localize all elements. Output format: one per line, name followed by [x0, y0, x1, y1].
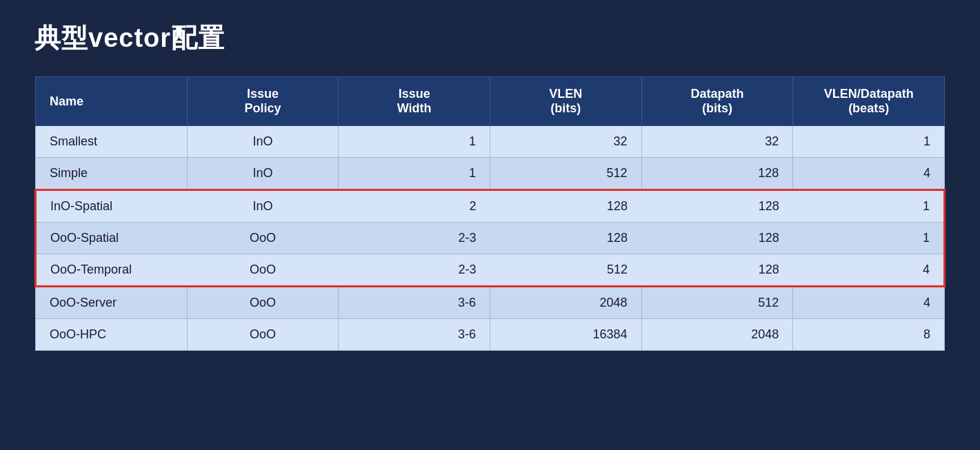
cell-vlen_datapath: 8: [793, 319, 945, 351]
cell-vlen: 512: [490, 254, 641, 287]
cell-vlen: 32: [490, 126, 641, 158]
cell-name: OoO-Server: [36, 287, 188, 319]
cell-issue_width: 2-3: [339, 254, 490, 287]
cell-vlen_datapath: 1: [793, 223, 945, 254]
cell-vlen_datapath: 1: [793, 190, 945, 223]
cell-issue_policy: InO: [187, 158, 339, 190]
cell-name: InO-Spatial: [36, 190, 188, 223]
cell-issue_width: 2: [339, 190, 490, 223]
cell-vlen_datapath: 4: [793, 287, 945, 319]
cell-vlen_datapath: 4: [793, 158, 945, 190]
cell-name: Smallest: [36, 126, 188, 158]
col-header-datapath: Datapath(bits): [641, 77, 793, 126]
data-table: Name IssuePolicy IssueWidth VLEN(bits) D…: [34, 76, 946, 351]
cell-name: OoO-Temporal: [36, 254, 188, 287]
cell-vlen: 128: [490, 223, 641, 254]
table-row: SimpleInO15121284: [36, 158, 945, 190]
cell-datapath: 128: [641, 254, 793, 287]
cell-datapath: 32: [641, 126, 793, 158]
cell-datapath: 2048: [641, 319, 793, 351]
cell-issue_policy: OoO: [187, 287, 339, 319]
cell-datapath: 128: [641, 158, 793, 190]
page-title: 典型vector配置: [34, 21, 946, 56]
cell-vlen: 128: [490, 190, 641, 223]
cell-issue_width: 3-6: [339, 319, 490, 351]
cell-vlen: 2048: [490, 287, 641, 319]
cell-issue_policy: InO: [187, 126, 339, 158]
cell-issue_policy: OoO: [187, 319, 339, 351]
col-header-name: Name: [36, 77, 188, 126]
cell-vlen_datapath: 1: [793, 126, 945, 158]
cell-datapath: 128: [641, 190, 793, 223]
table-row: OoO-HPCOoO3-61638420488: [36, 319, 945, 351]
col-header-vlen-datapath: VLEN/Datapath(beats): [793, 77, 945, 126]
cell-issue_policy: InO: [187, 190, 339, 223]
cell-vlen: 512: [490, 158, 641, 190]
cell-issue_width: 1: [339, 158, 490, 190]
cell-vlen_datapath: 4: [793, 254, 945, 287]
table-container: Name IssuePolicy IssueWidth VLEN(bits) D…: [34, 76, 946, 429]
cell-issue_width: 1: [339, 126, 490, 158]
cell-issue_width: 2-3: [339, 223, 490, 254]
col-header-issue-width: IssueWidth: [339, 77, 490, 126]
cell-issue_policy: OoO: [187, 223, 339, 254]
cell-name: Simple: [36, 158, 188, 190]
table-row: OoO-ServerOoO3-620485124: [36, 287, 945, 319]
col-header-vlen: VLEN(bits): [490, 77, 641, 126]
table-row: SmallestInO132321: [36, 126, 945, 158]
cell-name: OoO-Spatial: [36, 223, 188, 254]
cell-datapath: 128: [641, 223, 793, 254]
cell-name: OoO-HPC: [36, 319, 188, 351]
cell-issue_width: 3-6: [339, 287, 490, 319]
table-row: OoO-SpatialOoO2-31281281: [36, 223, 945, 254]
cell-issue_policy: OoO: [187, 254, 339, 287]
table-row: InO-SpatialInO21281281: [36, 190, 945, 223]
cell-datapath: 512: [641, 287, 793, 319]
col-header-issue-policy: IssuePolicy: [187, 77, 339, 126]
cell-vlen: 16384: [490, 319, 641, 351]
table-row: OoO-TemporalOoO2-35121284: [36, 254, 945, 287]
table-header-row: Name IssuePolicy IssueWidth VLEN(bits) D…: [36, 77, 945, 126]
